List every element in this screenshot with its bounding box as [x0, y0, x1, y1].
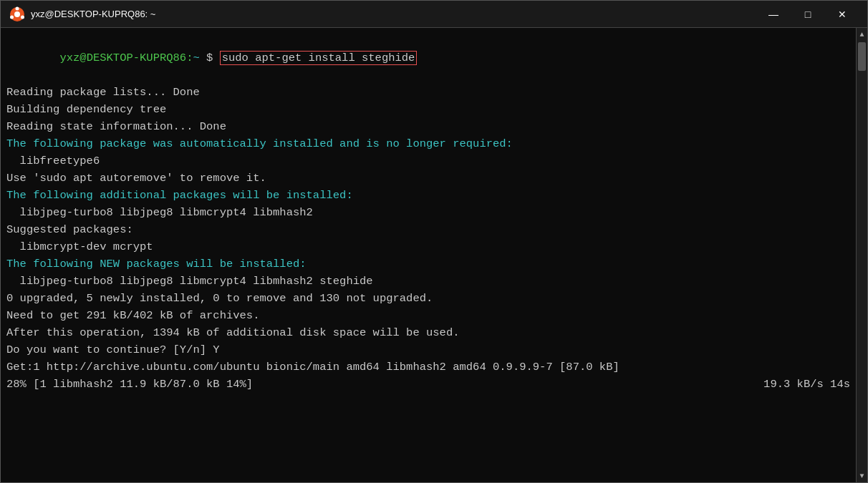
- output-line-4: The following package was automatically …: [6, 135, 850, 152]
- output-line-1: Reading package lists... Done: [6, 84, 850, 101]
- terminal-body: yxz@DESKTOP-KUPRQ86:~ $ sudo apt-get ins…: [1, 28, 867, 482]
- progress-right: 19.3 kB/s 14s: [763, 376, 850, 393]
- scroll-track[interactable]: [857, 41, 867, 469]
- scroll-thumb[interactable]: [858, 42, 866, 71]
- maximize-button[interactable]: □: [791, 4, 824, 25]
- scrollbar[interactable]: ▲ ▼: [856, 28, 867, 482]
- ubuntu-icon: [9, 6, 25, 22]
- output-line-11: The following NEW packages will be insta…: [6, 255, 850, 273]
- prompt-dollar: $: [200, 52, 220, 64]
- svg-point-2: [16, 6, 19, 10]
- output-line-2: Building dependency tree: [6, 101, 850, 118]
- window-title: yxz@DESKTOP-KUPRQ86: ~: [31, 9, 155, 19]
- command-text: sudo apt-get install steghide: [220, 51, 418, 65]
- title-bar-controls: — □ ✕: [757, 4, 859, 25]
- output-line-6: Use 'sudo apt autoremove' to remove it.: [6, 170, 850, 187]
- progress-left: 28% [1 libmhash2 11.9 kB/87.0 kB 14%]: [6, 376, 253, 393]
- scroll-down-arrow[interactable]: ▼: [857, 469, 868, 482]
- output-line-7: The following additional packages will b…: [6, 187, 850, 204]
- close-button[interactable]: ✕: [826, 4, 859, 25]
- output-line-15: After this operation, 1394 kB of additio…: [6, 324, 850, 341]
- progress-line: 28% [1 libmhash2 11.9 kB/87.0 kB 14%] 19…: [6, 376, 850, 393]
- output-line-10: libmcrypt-dev mcrypt: [6, 238, 850, 255]
- svg-point-4: [10, 15, 14, 19]
- svg-point-1: [14, 11, 20, 17]
- output-line-16: Do you want to continue? [Y/n] Y: [6, 341, 850, 358]
- minimize-button[interactable]: —: [757, 4, 790, 25]
- terminal-content[interactable]: yxz@DESKTOP-KUPRQ86:~ $ sudo apt-get ins…: [1, 28, 856, 482]
- output-line-8: libjpeg-turbo8 libjpeg8 libmcrypt4 libmh…: [6, 204, 850, 221]
- scroll-up-arrow[interactable]: ▲: [857, 28, 868, 41]
- prompt-path: ~: [193, 52, 199, 64]
- output-line-12: libjpeg-turbo8 libjpeg8 libmcrypt4 libmh…: [6, 273, 850, 290]
- output-line-13: 0 upgraded, 5 newly installed, 0 to remo…: [6, 290, 850, 307]
- svg-point-3: [21, 15, 24, 19]
- output-line-5: libfreetype6: [6, 152, 850, 170]
- title-bar-left: yxz@DESKTOP-KUPRQ86: ~: [9, 6, 757, 22]
- command-line: yxz@DESKTOP-KUPRQ86:~ $ sudo apt-get ins…: [6, 32, 850, 84]
- title-bar: yxz@DESKTOP-KUPRQ86: ~ — □ ✕: [1, 1, 867, 28]
- output-line-14: Need to get 291 kB/402 kB of archives.: [6, 307, 850, 324]
- terminal-window: yxz@DESKTOP-KUPRQ86: ~ — □ ✕ yxz@DESKTOP…: [0, 0, 868, 483]
- prompt-user: yxz@DESKTOP-KUPRQ86:: [59, 52, 193, 64]
- output-line-3: Reading state information... Done: [6, 118, 850, 135]
- output-line-17: Get:1 http://archive.ubuntu.com/ubuntu b…: [6, 358, 850, 376]
- output-line-9: Suggested packages:: [6, 221, 850, 238]
